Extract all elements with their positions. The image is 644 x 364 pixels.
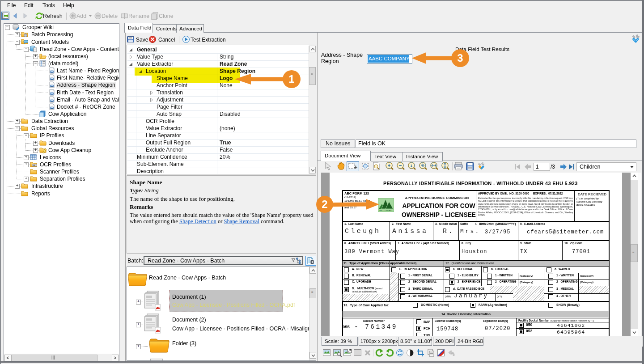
svg-text:2: 2 xyxy=(322,198,327,210)
svg-text:ABC: ABC xyxy=(33,164,36,166)
svg-text:1: 1 xyxy=(411,164,413,168)
svg-text:3: 3 xyxy=(457,52,463,64)
svg-text:1: 1 xyxy=(288,73,294,85)
svg-text:ABC COMPANY: ABC COMPANY xyxy=(379,209,393,212)
